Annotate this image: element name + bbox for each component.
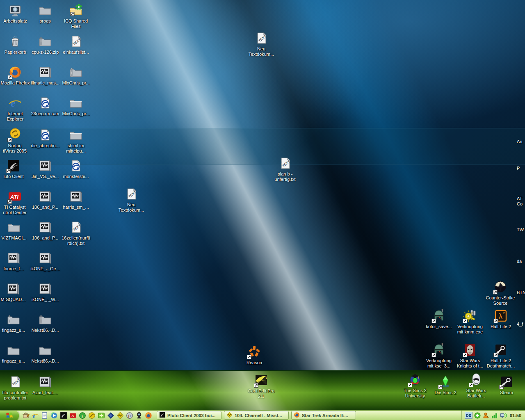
shortcut-arrow-icon	[463, 319, 467, 323]
desktop-icon-label: Cool Edit Pro 2.1	[248, 388, 275, 399]
desktop-icon-einkaufsliste[interactable]: TEXTeinkaufslist...	[57, 34, 95, 55]
quick-launch-webcam-icon[interactable]	[135, 411, 143, 420]
media-file-icon	[38, 251, 52, 265]
desktop-icon-label: plan b - unfertig.txt	[274, 171, 295, 182]
desktop-icon-label: fingazz_u...	[2, 358, 25, 364]
desktop-icon-neu-textdokument-1[interactable]: TEXTNeu Textdokum...	[242, 31, 280, 57]
stormtrooper-icon	[469, 373, 483, 387]
desktop-icon-label: Die Sims 2	[434, 390, 456, 395]
shortcut-arrow-icon	[8, 75, 12, 80]
desktop-icon-label: Star Wars Knights of t...	[457, 358, 483, 369]
quick-launch-bar: eAip	[19, 411, 155, 420]
desktop-icon-mixchris-zip[interactable]: MixChris_pr...	[57, 65, 95, 86]
desktop-icon-16zeilen-txt[interactable]: TEXT16zeilen(nurfü rdich).txt	[57, 220, 95, 246]
svg-text:2: 2	[503, 311, 505, 315]
desktop-icon-counter-strike-source[interactable]: Counter-Strike Source	[482, 280, 519, 306]
desktop-icon-label: Nekst86.-.D...	[31, 358, 59, 364]
media-file-icon	[38, 282, 52, 296]
tray-icons	[474, 412, 507, 419]
media-file-icon	[38, 220, 52, 234]
cooledit-icon	[254, 373, 268, 387]
quick-launch-info-icon[interactable]: i	[78, 411, 87, 420]
quick-launch-firefox-icon[interactable]	[144, 411, 153, 420]
quick-launch-internet-explorer-icon[interactable]: e	[31, 411, 39, 420]
text-file-icon: TEXT	[69, 34, 83, 48]
desktop-icon-label: MixChris_pr...	[62, 111, 89, 116]
desktop-icon-nekst86-zip[interactable]: Nekst86.-.D...	[26, 313, 64, 333]
media-file-icon	[38, 65, 52, 79]
desktop-icon-plan-b-unfertig[interactable]: TEXTplan b - unfertig.txt	[266, 156, 304, 182]
task-button-icon	[159, 412, 165, 419]
desktop-icon-label: luto Client	[4, 174, 24, 179]
quick-launch-pluto-icon[interactable]	[59, 411, 68, 420]
desktop-icon-nekst86-folder[interactable]: Nekst86.-.D...	[26, 343, 64, 364]
cs-source-icon	[493, 280, 507, 294]
task-button[interactable]: Pluto Client 2003 bui...	[157, 411, 221, 420]
shortcut-arrow-icon	[493, 290, 498, 294]
folder-icon	[69, 128, 83, 142]
desktop-icon-label: Neu Textdokum...	[249, 46, 274, 57]
desktop-icon-label: Nekst86.-.D...	[31, 328, 59, 333]
shortcut-arrow-icon	[438, 385, 443, 389]
desktop-icon-ikone-w[interactable]: ikONE_-_W...	[26, 282, 64, 302]
shortcut-arrow-icon	[431, 319, 436, 323]
quick-launch-messenger-icon[interactable]: p	[126, 411, 134, 420]
desktop-icon-label: Jin_VS._Ve...	[32, 174, 59, 179]
desktop-icon-label: fource_f...	[4, 266, 24, 272]
desktop-icon-label: Mozilla Firefox	[1, 80, 30, 86]
tray-network-sound-icon[interactable]	[500, 412, 507, 419]
edge-clipped-icon-label: P	[517, 166, 525, 171]
desktop-icon-label: MixChris_pr...	[62, 80, 89, 86]
desktop-icon-half-life-2-deathmatch[interactable]: Half-Life 2 Deathmatch...	[482, 343, 520, 369]
task-button[interactable]: Star Trek Armada II:...	[291, 411, 356, 420]
pluto-icon	[7, 159, 21, 173]
computer-icon	[8, 3, 22, 17]
desktop-icon-steam[interactable]: Steam	[488, 375, 525, 395]
svg-text:p: p	[128, 413, 131, 418]
desktop-icon-label: die_abrechn...	[31, 143, 59, 148]
desktop-icon-label: Reason	[247, 360, 262, 365]
quick-launch-winamp-icon[interactable]	[116, 411, 124, 420]
sith-mask-icon	[463, 343, 477, 357]
desktop-icon-shiml-im-mittelpu[interactable]: shiml im mittelpu...	[57, 128, 95, 154]
shortcut-arrow-icon	[7, 199, 12, 204]
task-buttons: Pluto Client 2003 bui...104. Charnell - …	[155, 411, 357, 420]
language-indicator[interactable]: DE	[465, 412, 472, 419]
desktop-icon-icq-shared-files[interactable]: ICQ Shared Files	[57, 3, 95, 29]
boba-fett-icon	[432, 309, 446, 323]
desktop-icon-label: progs	[39, 18, 51, 24]
desktop-icon-neu-textdokument-2[interactable]: TEXTNeu Textdokum...	[112, 187, 150, 213]
quick-launch-notes-icon[interactable]	[41, 411, 49, 420]
desktop-icon-label: Counter-Strike Source	[486, 295, 515, 306]
desktop-icon-azad-feat[interactable]: Azad_feat....	[26, 375, 64, 395]
desktop-icon-label: The Sims 2 University	[404, 388, 427, 399]
tray-green-arrow-icon[interactable]	[474, 412, 481, 419]
task-button-label: Star Trek Armada II:...	[302, 413, 348, 418]
quick-launch-media-player-icon[interactable]	[50, 411, 58, 420]
desktop-icon-label: kotor_save...	[426, 324, 452, 329]
clock[interactable]: 01:50	[510, 413, 521, 418]
quick-launch-show-desktop-icon[interactable]	[22, 411, 30, 420]
desktop-icon-label: ikONE_-_W...	[32, 297, 59, 302]
quick-launch-ati-icon[interactable]: A	[69, 411, 77, 420]
start-button[interactable]	[0, 411, 19, 420]
desktop-icon-label: shiml im mittelpu...	[66, 143, 86, 154]
zip-folder-icon	[7, 313, 21, 326]
tray-signal-bars-icon[interactable]	[491, 412, 498, 419]
desktop-icon-ikone-ge[interactable]: ikONE_-_Ge...	[26, 251, 64, 272]
quick-launch-green-tool-icon[interactable]	[97, 411, 105, 420]
desktop-icon-harris-sm[interactable]: harris_sm_...	[57, 189, 95, 210]
zip-folder-icon	[69, 65, 83, 79]
real-media-icon	[69, 159, 83, 173]
desktop-icon-cool-edit-pro[interactable]: Cool Edit Pro 2.1	[242, 373, 280, 399]
quick-launch-navy-app-icon[interactable]	[107, 411, 115, 420]
desktop-icon-monstershi[interactable]: monstershi...	[57, 159, 95, 179]
task-button[interactable]: 104. Charnell - Misst...	[224, 411, 289, 420]
text-file-icon: TEXT	[69, 220, 83, 234]
recycle-bin-icon	[8, 34, 22, 48]
tray-msn-contact-icon[interactable]	[483, 412, 490, 419]
desktop-icon-reason[interactable]: Reason	[235, 345, 273, 365]
desktop-icon-mixchris-folder[interactable]: MixChris_pr...	[57, 96, 95, 116]
desktop-icon-half-life-2[interactable]: λ2Half-Life 2	[482, 309, 520, 329]
quick-launch-kazaa-icon[interactable]	[88, 411, 96, 420]
